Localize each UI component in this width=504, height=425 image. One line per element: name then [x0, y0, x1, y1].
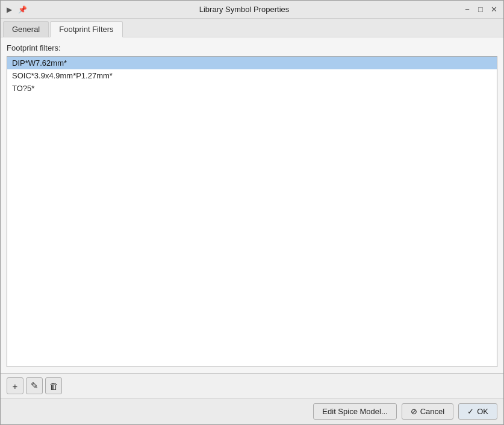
list-item[interactable]: SOIC*3.9x4.9mm*P1.27mm*: [7, 69, 497, 82]
content-area: Footprint filters: DIP*W7.62mm* SOIC*3.9…: [1, 37, 503, 373]
list-item[interactable]: TO?5*: [7, 82, 497, 95]
list-item[interactable]: DIP*W7.62mm*: [7, 57, 497, 69]
title-bar-left: ▶ 📌: [4, 5, 27, 14]
edit-spice-model-button[interactable]: Edit Spice Model...: [313, 403, 396, 420]
cancel-button[interactable]: ⊘ Cancel: [402, 403, 453, 420]
edit-filter-button[interactable]: ✎: [26, 377, 43, 394]
title-bar-right: − □ ✕: [461, 4, 500, 16]
bottom-toolbar: + ✎ 🗑: [1, 373, 503, 398]
cancel-label: Cancel: [420, 407, 444, 416]
footer: Edit Spice Model... ⊘ Cancel ✓ OK: [1, 398, 503, 424]
tab-footprint-filters[interactable]: Footprint Filters: [50, 21, 122, 37]
close-button[interactable]: ✕: [488, 4, 500, 16]
delete-filter-button[interactable]: 🗑: [45, 377, 62, 394]
section-label: Footprint filters:: [7, 43, 497, 52]
tab-general[interactable]: General: [3, 21, 49, 37]
play-icon[interactable]: ▶: [4, 5, 14, 14]
ok-icon: ✓: [467, 407, 474, 416]
tabs-bar: General Footprint Filters: [1, 19, 503, 37]
pin-icon[interactable]: 📌: [17, 5, 27, 14]
maximize-button[interactable]: □: [474, 4, 487, 16]
cancel-icon: ⊘: [411, 407, 417, 416]
ok-button[interactable]: ✓ OK: [458, 403, 497, 420]
window-title: Library Symbol Properties: [27, 5, 461, 14]
filter-list[interactable]: DIP*W7.62mm* SOIC*3.9x4.9mm*P1.27mm* TO?…: [7, 56, 497, 367]
title-bar: ▶ 📌 Library Symbol Properties − □ ✕: [1, 1, 503, 19]
minimize-button[interactable]: −: [461, 4, 473, 16]
add-filter-button[interactable]: +: [7, 377, 23, 394]
main-window: ▶ 📌 Library Symbol Properties − □ ✕ Gene…: [0, 0, 504, 425]
ok-label: OK: [477, 407, 488, 416]
